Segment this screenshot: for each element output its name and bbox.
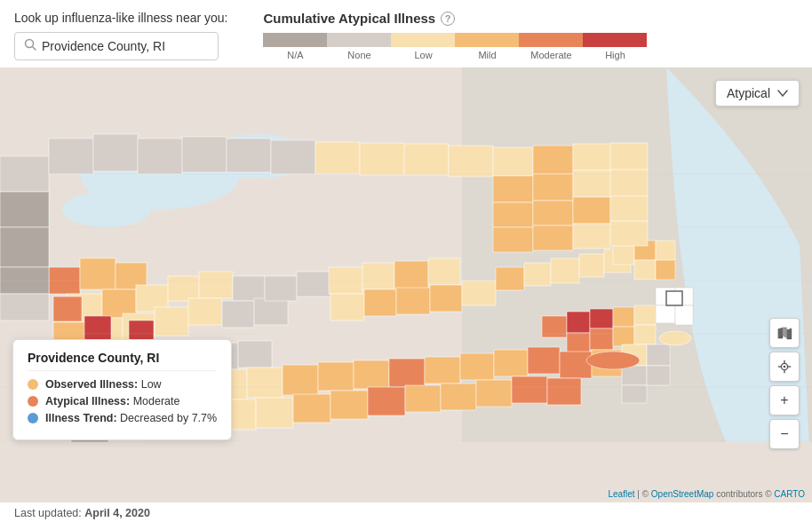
svg-rect-37 [462, 281, 496, 305]
svg-rect-105 [573, 170, 610, 197]
svg-rect-43 [542, 316, 567, 337]
legend-color-swatch [519, 33, 583, 47]
svg-rect-86 [0, 227, 49, 267]
search-section: Look up influenza-like illness near you: [14, 11, 227, 60]
map-view-button[interactable] [769, 318, 800, 348]
svg-rect-32 [428, 258, 460, 285]
svg-rect-60 [675, 305, 693, 325]
svg-rect-104 [533, 174, 573, 201]
popup-label-observed: Observed Illness: Low [45, 378, 162, 391]
footer-date: April 4, 2020 [84, 507, 150, 519]
svg-rect-89 [49, 138, 93, 174]
svg-rect-132 [622, 385, 647, 403]
svg-rect-95 [315, 142, 360, 174]
atypical-dropdown[interactable]: Atypical [715, 80, 800, 107]
svg-rect-58 [656, 305, 675, 323]
svg-rect-81 [528, 347, 560, 374]
svg-rect-56 [656, 260, 675, 280]
legend-segment: N/A [263, 33, 327, 60]
header: Look up influenza-like illness near you:… [0, 0, 812, 67]
svg-rect-78 [425, 357, 460, 384]
legend-color-swatch [327, 33, 391, 47]
svg-point-136 [586, 352, 640, 369]
search-box-container [14, 32, 219, 60]
svg-rect-76 [354, 360, 389, 389]
svg-rect-98 [449, 146, 493, 177]
osm-link[interactable]: OpenStreetMap [651, 489, 714, 499]
svg-rect-27 [265, 276, 297, 301]
svg-rect-123 [368, 387, 405, 415]
popup-label-trend: Illness Trend: Decreased by 7.7% [45, 412, 217, 424]
svg-rect-108 [533, 201, 573, 225]
locate-button[interactable] [769, 352, 800, 382]
legend-segment: Moderate [519, 33, 583, 60]
legend-label: None [347, 50, 370, 60]
svg-rect-126 [476, 380, 512, 407]
svg-rect-49 [613, 327, 634, 346]
svg-rect-122 [330, 391, 368, 419]
dropdown-label: Atypical [727, 86, 770, 100]
svg-rect-20 [53, 297, 82, 321]
popup-label-atypical: Atypical Illness: Moderate [45, 395, 179, 407]
svg-rect-33 [330, 294, 364, 320]
svg-rect-50 [634, 305, 656, 325]
legend-label: Low [414, 50, 432, 60]
svg-point-135 [659, 331, 691, 345]
footer: Last updated: April 4, 2020 [0, 502, 812, 522]
svg-rect-124 [405, 385, 441, 412]
legend-title-text: Cumulative Atypical Illness [263, 11, 435, 26]
svg-rect-36 [430, 285, 462, 312]
help-icon[interactable]: ? [441, 12, 455, 26]
svg-rect-102 [610, 143, 648, 170]
svg-rect-131 [622, 366, 647, 385]
svg-rect-100 [533, 146, 573, 174]
search-input[interactable] [42, 39, 209, 53]
svg-rect-44 [567, 312, 590, 333]
svg-rect-67 [238, 341, 272, 368]
map-controls: + − [769, 318, 800, 449]
svg-rect-101 [573, 144, 610, 170]
legend-color-swatch [455, 33, 519, 47]
zoom-in-button[interactable]: + [769, 385, 800, 415]
svg-rect-133 [647, 344, 670, 366]
svg-rect-128 [547, 378, 581, 405]
legend-gradient: N/A None Low Mild Moderate High [263, 33, 798, 60]
legend-segment: Low [391, 33, 455, 60]
svg-rect-107 [493, 202, 533, 227]
popup-dot-atypical [28, 396, 38, 407]
svg-rect-34 [364, 289, 396, 316]
svg-rect-125 [441, 384, 476, 410]
svg-rect-24 [188, 298, 222, 325]
svg-point-150 [784, 366, 786, 368]
svg-rect-25 [222, 301, 254, 328]
svg-rect-113 [573, 224, 610, 249]
svg-rect-93 [227, 138, 271, 172]
popup-item-observed: Observed Illness: Low [28, 378, 217, 391]
footer-prefix: Last updated: [14, 507, 84, 519]
svg-rect-91 [138, 138, 182, 174]
svg-rect-109 [573, 197, 610, 224]
svg-rect-35 [396, 288, 430, 314]
legend-label: Mild [478, 50, 496, 60]
search-icon [24, 38, 36, 54]
leaflet-link[interactable]: Leaflet [608, 489, 634, 499]
search-label: Look up influenza-like illness near you: [14, 11, 227, 25]
svg-rect-120 [256, 398, 293, 428]
carto-link[interactable]: CARTO [774, 489, 805, 499]
svg-rect-74 [283, 365, 318, 395]
svg-rect-26 [254, 298, 288, 325]
svg-rect-30 [362, 263, 394, 289]
popup-title: Providence County, RI [28, 351, 217, 371]
svg-rect-75 [318, 362, 354, 391]
map-container[interactable]: Atypical Providence County, RI Observed … [0, 67, 812, 502]
svg-rect-41 [579, 254, 604, 277]
svg-rect-51 [634, 325, 656, 344]
svg-rect-40 [551, 258, 579, 283]
legend-label: N/A [287, 50, 303, 60]
svg-rect-92 [182, 137, 227, 172]
svg-rect-9 [80, 258, 115, 289]
legend-segment: High [583, 33, 647, 60]
zoom-out-button[interactable]: − [769, 419, 800, 449]
svg-rect-52 [613, 245, 634, 265]
svg-rect-97 [404, 144, 449, 175]
